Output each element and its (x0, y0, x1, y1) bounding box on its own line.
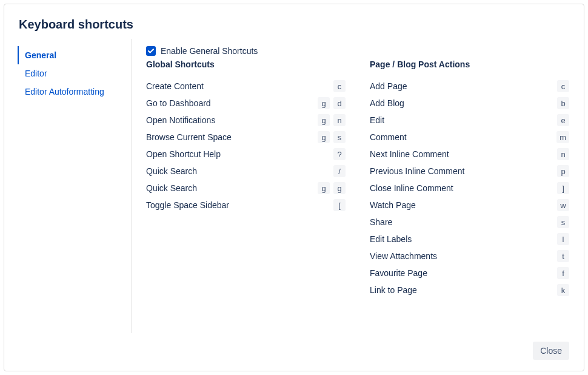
keyboard-key: p (557, 165, 569, 177)
shortcut-keys: k (557, 284, 569, 296)
shortcut-keys: n (557, 148, 569, 160)
shortcut-keys: f (557, 267, 569, 279)
shortcut-row: Edit Labelsl (370, 231, 569, 248)
shortcut-label: Edit (370, 115, 557, 125)
shortcut-label: Favourite Page (370, 268, 557, 278)
shortcut-column: Page / Blog Post ActionsAdd PagecAdd Blo… (370, 59, 569, 299)
keyboard-key: n (557, 148, 569, 160)
sidebar-item-editor-autoformatting[interactable]: Editor Autoformatting (18, 83, 126, 101)
shortcut-row: Browse Current Spacegs (146, 129, 346, 146)
shortcut-keys: [ (333, 199, 346, 211)
keyboard-key: g (318, 131, 330, 143)
shortcut-row: Quick Searchgg (146, 180, 346, 197)
keyboard-key: c (333, 80, 346, 92)
keyboard-key: l (557, 233, 569, 245)
shortcut-label: Quick Search (146, 183, 318, 193)
keyboard-key: ? (333, 148, 346, 160)
enable-shortcuts-label: Enable General Shortcuts (161, 46, 258, 56)
shortcut-row: Toggle Space Sidebar[ (146, 197, 346, 214)
shortcut-row: View Attachmentst (370, 248, 569, 265)
shortcut-label: Close Inline Comment (370, 183, 557, 193)
shortcut-keys: ] (557, 182, 569, 194)
shortcut-label: Comment (370, 132, 556, 142)
shortcut-row: Watch Pagew (370, 197, 569, 214)
check-icon (147, 47, 155, 55)
sidebar-item-label: General (25, 50, 56, 60)
sidebar-item-editor[interactable]: Editor (18, 64, 126, 83)
shortcut-keys: e (557, 114, 569, 126)
shortcut-keys: p (557, 165, 569, 177)
shortcut-keys: gn (318, 114, 346, 126)
shortcut-row: Link to Pagek (370, 282, 569, 299)
keyboard-key: / (333, 165, 346, 177)
shortcut-row: Previous Inline Commentp (370, 163, 569, 180)
shortcut-row: Open Shortcut Help? (146, 146, 346, 163)
keyboard-key: t (557, 250, 569, 262)
shortcut-keys: / (333, 165, 346, 177)
shortcut-column: Global ShortcutsCreate ContentcGo to Das… (146, 59, 346, 299)
shortcut-label: Link to Page (370, 285, 557, 295)
shortcut-row: Commentm (370, 129, 569, 146)
shortcut-keys: gs (318, 131, 346, 143)
keyboard-key: n (333, 114, 346, 126)
shortcut-row: Quick Search/ (146, 163, 346, 180)
dialog-body: GeneralEditorEditor Autoformatting Enabl… (4, 39, 584, 333)
keyboard-key: m (556, 131, 569, 143)
shortcut-label: Watch Page (370, 200, 557, 210)
enable-shortcuts-checkbox[interactable] (146, 46, 156, 56)
shortcut-keys: gd (318, 97, 346, 109)
shortcut-label: View Attachments (370, 251, 557, 261)
sidebar-item-label: Editor (25, 69, 47, 78)
shortcut-columns: Global ShortcutsCreate ContentcGo to Das… (146, 59, 569, 299)
shortcut-label: Create Content (146, 81, 333, 91)
shortcut-keys: m (556, 131, 569, 143)
keyboard-key: b (557, 97, 569, 109)
column-title: Page / Blog Post Actions (370, 59, 569, 69)
shortcut-row: Close Inline Comment] (370, 180, 569, 197)
shortcut-row: Open Notificationsgn (146, 112, 346, 129)
enable-shortcuts-row: Enable General Shortcuts (146, 46, 569, 56)
sidebar: GeneralEditorEditor Autoformatting (19, 39, 132, 333)
shortcut-keys: c (333, 80, 346, 92)
keyboard-shortcuts-dialog: Keyboard shortcuts GeneralEditorEditor A… (4, 4, 584, 371)
dialog-footer: Close (4, 333, 584, 371)
shortcut-label: Next Inline Comment (370, 149, 557, 159)
content-panel: Enable General Shortcuts Global Shortcut… (132, 39, 569, 333)
shortcut-keys: s (557, 216, 569, 228)
shortcut-row: Create Contentc (146, 78, 346, 95)
shortcut-row: Go to Dashboardgd (146, 95, 346, 112)
column-title: Global Shortcuts (146, 59, 346, 69)
keyboard-key: k (557, 284, 569, 296)
keyboard-key: g (333, 182, 346, 194)
shortcut-row: Shares (370, 214, 569, 231)
keyboard-key: c (557, 80, 569, 92)
keyboard-key: s (333, 131, 346, 143)
keyboard-key: e (557, 114, 569, 126)
shortcut-keys: l (557, 233, 569, 245)
keyboard-key: g (318, 182, 330, 194)
keyboard-key: s (557, 216, 569, 228)
keyboard-key: d (333, 97, 346, 109)
shortcut-keys: ? (333, 148, 346, 160)
keyboard-key: ] (557, 182, 569, 194)
shortcut-label: Browse Current Space (146, 132, 318, 142)
keyboard-key: g (318, 114, 330, 126)
shortcut-keys: b (557, 97, 569, 109)
keyboard-key: w (557, 199, 569, 211)
shortcut-label: Add Page (370, 81, 557, 91)
shortcut-keys: t (557, 250, 569, 262)
sidebar-item-general[interactable]: General (18, 46, 126, 64)
keyboard-key: f (557, 267, 569, 279)
shortcut-label: Edit Labels (370, 234, 557, 244)
keyboard-key: [ (333, 199, 346, 211)
shortcut-keys: gg (318, 182, 346, 194)
close-button[interactable]: Close (533, 342, 569, 360)
shortcut-label: Add Blog (370, 98, 557, 108)
dialog-title: Keyboard shortcuts (19, 18, 569, 32)
dialog-header: Keyboard shortcuts (4, 4, 584, 39)
shortcut-label: Open Notifications (146, 115, 318, 125)
sidebar-item-label: Editor Autoformatting (25, 87, 104, 96)
shortcut-row: Edite (370, 112, 569, 129)
keyboard-key: g (318, 97, 330, 109)
shortcut-label: Share (370, 217, 557, 227)
